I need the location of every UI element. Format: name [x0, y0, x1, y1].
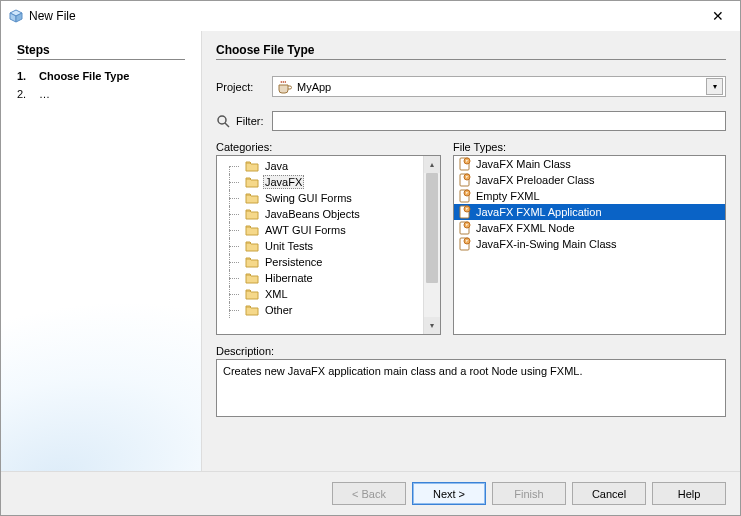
- description-text: Creates new JavaFX application main clas…: [223, 365, 583, 377]
- filetype-item[interactable]: JavaFX Main Class: [454, 156, 725, 172]
- cancel-button[interactable]: Cancel: [572, 482, 646, 505]
- app-cube-icon: [9, 9, 23, 23]
- category-label: Swing GUI Forms: [263, 192, 354, 204]
- category-label: Hibernate: [263, 272, 315, 284]
- filetype-item[interactable]: JavaFX-in-Swing Main Class: [454, 236, 725, 252]
- filetype-label: JavaFX-in-Swing Main Class: [476, 238, 617, 250]
- folder-icon: [245, 176, 259, 188]
- category-item[interactable]: Unit Tests: [223, 238, 423, 254]
- folder-icon: [245, 304, 259, 316]
- filetype-item[interactable]: JavaFX FXML Node: [454, 220, 725, 236]
- category-item[interactable]: AWT GUI Forms: [223, 222, 423, 238]
- category-label: JavaBeans Objects: [263, 208, 362, 220]
- button-bar: < Back Next > Finish Cancel Help: [1, 471, 740, 515]
- folder-icon: [245, 160, 259, 172]
- category-label: Java: [263, 160, 290, 172]
- lists-row: Categories: JavaJavaFXSwing GUI FormsJav…: [216, 141, 726, 335]
- help-button[interactable]: Help: [652, 482, 726, 505]
- folder-icon: [245, 224, 259, 236]
- window-title: New File: [29, 9, 704, 23]
- folder-icon: [245, 256, 259, 268]
- category-item[interactable]: JavaFX: [223, 174, 423, 190]
- scroll-down-icon[interactable]: ▾: [424, 317, 440, 334]
- file-icon: [458, 189, 472, 203]
- panel-heading: Choose File Type: [216, 43, 726, 57]
- finish-button[interactable]: Finish: [492, 482, 566, 505]
- project-label: Project:: [216, 81, 266, 93]
- scroll-up-icon[interactable]: ▴: [424, 156, 440, 173]
- filetypes-label: File Types:: [453, 141, 726, 153]
- category-item[interactable]: JavaBeans Objects: [223, 206, 423, 222]
- category-label: Persistence: [263, 256, 324, 268]
- steps-sidebar: Steps 1. Choose File Type 2. …: [1, 31, 201, 471]
- category-item[interactable]: Swing GUI Forms: [223, 190, 423, 206]
- filetypes-column: File Types: JavaFX Main ClassJavaFX Prel…: [453, 141, 726, 335]
- dialog-body: Steps 1. Choose File Type 2. … Choose Fi…: [1, 31, 740, 471]
- tree-connector: [223, 238, 243, 254]
- svg-line-4: [225, 123, 229, 127]
- divider: [216, 59, 726, 60]
- file-icon: [458, 157, 472, 171]
- filetype-label: JavaFX FXML Application: [476, 206, 602, 218]
- categories-column: Categories: JavaJavaFXSwing GUI FormsJav…: [216, 141, 441, 335]
- main-panel: Choose File Type Project: MyApp ▾ Filter…: [201, 31, 740, 471]
- category-label: Other: [263, 304, 295, 316]
- filetypes-listbox[interactable]: JavaFX Main ClassJavaFX Preloader ClassE…: [453, 155, 726, 335]
- close-icon[interactable]: ✕: [704, 4, 732, 28]
- filetype-label: Empty FXML: [476, 190, 540, 202]
- tree-connector: [223, 174, 243, 190]
- folder-icon: [245, 240, 259, 252]
- filter-input[interactable]: [272, 111, 727, 131]
- file-icon: [458, 237, 472, 251]
- folder-icon: [245, 272, 259, 284]
- file-icon: [458, 205, 472, 219]
- svg-point-3: [218, 116, 226, 124]
- scroll-thumb[interactable]: [426, 173, 438, 283]
- category-item[interactable]: XML: [223, 286, 423, 302]
- tree-connector: [223, 190, 243, 206]
- filetype-item[interactable]: JavaFX Preloader Class: [454, 172, 725, 188]
- category-item[interactable]: Persistence: [223, 254, 423, 270]
- scrollbar[interactable]: ▴ ▾: [423, 156, 440, 334]
- category-label: JavaFX: [263, 175, 304, 189]
- step-next: 2. …: [17, 86, 185, 104]
- filter-label: Filter:: [236, 115, 264, 127]
- tree-connector: [223, 222, 243, 238]
- category-label: XML: [263, 288, 290, 300]
- category-item[interactable]: Hibernate: [223, 270, 423, 286]
- filetype-label: JavaFX Preloader Class: [476, 174, 595, 186]
- tree-connector: [223, 270, 243, 286]
- next-button[interactable]: Next >: [412, 482, 486, 505]
- steps-heading: Steps: [17, 43, 185, 57]
- folder-icon: [245, 208, 259, 220]
- file-icon: [458, 173, 472, 187]
- description-label: Description:: [216, 345, 726, 357]
- scroll-track[interactable]: [424, 173, 440, 317]
- file-icon: [458, 221, 472, 235]
- category-label: AWT GUI Forms: [263, 224, 348, 236]
- back-button[interactable]: < Back: [332, 482, 406, 505]
- coffee-cup-icon: [277, 80, 293, 94]
- chevron-down-icon[interactable]: ▾: [706, 78, 723, 95]
- search-icon: [216, 114, 230, 128]
- tree-connector: [223, 286, 243, 302]
- filetype-item[interactable]: Empty FXML: [454, 188, 725, 204]
- categories-label: Categories:: [216, 141, 441, 153]
- step-choose-file-type: 1. Choose File Type: [17, 68, 185, 86]
- steps-list: 1. Choose File Type 2. …: [17, 68, 185, 103]
- filetype-item[interactable]: JavaFX FXML Application: [454, 204, 725, 220]
- project-row: Project: MyApp ▾: [216, 76, 726, 97]
- tree-connector: [223, 302, 243, 318]
- description-box: Creates new JavaFX application main clas…: [216, 359, 726, 417]
- category-item[interactable]: Java: [223, 158, 423, 174]
- filter-row: Filter:: [216, 111, 726, 131]
- project-value: MyApp: [297, 81, 702, 93]
- categories-listbox[interactable]: JavaJavaFXSwing GUI FormsJavaBeans Objec…: [216, 155, 441, 335]
- filetype-label: JavaFX Main Class: [476, 158, 571, 170]
- new-file-dialog: New File ✕ Steps 1. Choose File Type 2. …: [0, 0, 741, 516]
- titlebar: New File ✕: [1, 1, 740, 31]
- divider: [17, 59, 185, 60]
- filetype-label: JavaFX FXML Node: [476, 222, 575, 234]
- category-item[interactable]: Other: [223, 302, 423, 318]
- project-select[interactable]: MyApp ▾: [272, 76, 726, 97]
